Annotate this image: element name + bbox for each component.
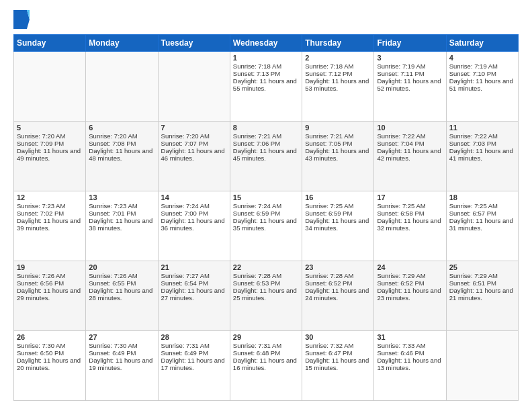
calendar-cell: 4Sunrise: 7:19 AMSunset: 7:10 PMDaylight… bbox=[446, 52, 518, 122]
sunrise-text: Sunrise: 7:21 AM bbox=[233, 132, 281, 140]
day-number: 19 bbox=[17, 263, 83, 271]
sunset-text: Sunset: 7:04 PM bbox=[377, 140, 424, 147]
calendar-cell: 29Sunrise: 7:31 AMSunset: 6:48 PMDayligh… bbox=[230, 331, 302, 401]
calendar-cell: 28Sunrise: 7:31 AMSunset: 6:49 PMDayligh… bbox=[158, 331, 230, 401]
sunrise-text: Sunrise: 7:32 AM bbox=[305, 342, 353, 349]
sunrise-text: Sunrise: 7:20 AM bbox=[89, 132, 137, 140]
sunset-text: Sunset: 6:52 PM bbox=[377, 279, 424, 287]
day-number: 23 bbox=[305, 263, 371, 271]
daylight-text: Daylight: 11 hours and 48 minutes. bbox=[89, 147, 152, 162]
sunrise-text: Sunrise: 7:20 AM bbox=[17, 132, 65, 140]
calendar-header-thursday: Thursday bbox=[302, 35, 374, 52]
daylight-text: Daylight: 11 hours and 32 minutes. bbox=[377, 217, 441, 232]
sunset-text: Sunset: 6:49 PM bbox=[89, 349, 136, 357]
sunrise-text: Sunrise: 7:20 AM bbox=[161, 132, 210, 140]
sunset-text: Sunset: 7:06 PM bbox=[233, 140, 280, 147]
calendar-header-row: SundayMondayTuesdayWednesdayThursdayFrid… bbox=[14, 35, 519, 52]
calendar-header-monday: Monday bbox=[86, 35, 158, 52]
daylight-text: Daylight: 11 hours and 43 minutes. bbox=[305, 147, 369, 162]
day-number: 14 bbox=[161, 193, 227, 201]
daylight-text: Daylight: 11 hours and 27 minutes. bbox=[161, 287, 225, 302]
calendar-cell: 18Sunrise: 7:25 AMSunset: 6:57 PMDayligh… bbox=[446, 191, 518, 261]
daylight-text: Daylight: 11 hours and 46 minutes. bbox=[161, 147, 225, 162]
calendar-cell bbox=[86, 52, 158, 122]
sunrise-text: Sunrise: 7:19 AM bbox=[449, 62, 498, 70]
day-number: 3 bbox=[377, 54, 443, 62]
daylight-text: Daylight: 11 hours and 17 minutes. bbox=[161, 357, 225, 371]
daylight-text: Daylight: 11 hours and 25 minutes. bbox=[233, 287, 297, 302]
sunset-text: Sunset: 6:48 PM bbox=[233, 349, 280, 357]
sunset-text: Sunset: 7:01 PM bbox=[89, 210, 136, 217]
calendar-header-tuesday: Tuesday bbox=[158, 35, 230, 52]
sunset-text: Sunset: 7:08 PM bbox=[89, 140, 136, 147]
day-number: 22 bbox=[233, 263, 299, 271]
calendar-cell: 19Sunrise: 7:26 AMSunset: 6:56 PMDayligh… bbox=[14, 261, 86, 331]
calendar-cell: 20Sunrise: 7:26 AMSunset: 6:55 PMDayligh… bbox=[86, 261, 158, 331]
calendar-page: SundayMondayTuesdayWednesdayThursdayFrid… bbox=[0, 0, 532, 411]
sunset-text: Sunset: 7:02 PM bbox=[17, 210, 64, 217]
sunset-text: Sunset: 6:50 PM bbox=[17, 349, 64, 357]
sunset-text: Sunset: 6:53 PM bbox=[233, 279, 280, 287]
sunrise-text: Sunrise: 7:26 AM bbox=[89, 272, 137, 279]
day-number: 1 bbox=[233, 54, 299, 62]
day-number: 21 bbox=[161, 263, 227, 271]
calendar-header-saturday: Saturday bbox=[446, 35, 518, 52]
header bbox=[13, 10, 519, 29]
calendar-cell: 25Sunrise: 7:29 AMSunset: 6:51 PMDayligh… bbox=[446, 261, 518, 331]
sunset-text: Sunset: 7:10 PM bbox=[449, 70, 496, 77]
sunset-text: Sunset: 6:54 PM bbox=[161, 279, 208, 287]
daylight-text: Daylight: 11 hours and 53 minutes. bbox=[305, 77, 369, 92]
calendar-header-friday: Friday bbox=[374, 35, 446, 52]
sunrise-text: Sunrise: 7:27 AM bbox=[161, 272, 210, 279]
sunset-text: Sunset: 6:58 PM bbox=[377, 210, 424, 217]
daylight-text: Daylight: 11 hours and 42 minutes. bbox=[377, 147, 441, 162]
daylight-text: Daylight: 11 hours and 23 minutes. bbox=[377, 287, 441, 302]
sunrise-text: Sunrise: 7:29 AM bbox=[449, 272, 498, 279]
day-number: 25 bbox=[449, 263, 515, 271]
logo-icon bbox=[13, 10, 30, 29]
daylight-text: Daylight: 11 hours and 51 minutes. bbox=[449, 77, 513, 92]
calendar-cell: 16Sunrise: 7:25 AMSunset: 6:59 PMDayligh… bbox=[302, 191, 374, 261]
sunset-text: Sunset: 7:00 PM bbox=[161, 210, 208, 217]
sunset-text: Sunset: 7:07 PM bbox=[161, 140, 208, 147]
daylight-text: Daylight: 11 hours and 52 minutes. bbox=[377, 77, 441, 92]
sunset-text: Sunset: 6:47 PM bbox=[305, 349, 352, 357]
sunrise-text: Sunrise: 7:31 AM bbox=[233, 342, 281, 349]
sunrise-text: Sunrise: 7:29 AM bbox=[377, 272, 425, 279]
day-number: 13 bbox=[89, 193, 154, 201]
day-number: 29 bbox=[233, 333, 299, 341]
calendar-cell: 14Sunrise: 7:24 AMSunset: 7:00 PMDayligh… bbox=[158, 191, 230, 261]
sunrise-text: Sunrise: 7:23 AM bbox=[17, 202, 65, 210]
sunrise-text: Sunrise: 7:33 AM bbox=[377, 342, 425, 349]
day-number: 17 bbox=[377, 193, 443, 201]
daylight-text: Daylight: 11 hours and 49 minutes. bbox=[17, 147, 81, 162]
sunset-text: Sunset: 6:55 PM bbox=[89, 279, 136, 287]
calendar-week-row: 5Sunrise: 7:20 AMSunset: 7:09 PMDaylight… bbox=[14, 122, 519, 191]
day-number: 20 bbox=[89, 263, 154, 271]
daylight-text: Daylight: 11 hours and 19 minutes. bbox=[89, 357, 152, 371]
calendar-cell: 27Sunrise: 7:30 AMSunset: 6:49 PMDayligh… bbox=[86, 331, 158, 401]
day-number: 2 bbox=[305, 54, 371, 62]
calendar-cell: 11Sunrise: 7:22 AMSunset: 7:03 PMDayligh… bbox=[446, 122, 518, 191]
daylight-text: Daylight: 11 hours and 41 minutes. bbox=[449, 147, 513, 162]
sunset-text: Sunset: 6:52 PM bbox=[305, 279, 352, 287]
day-number: 31 bbox=[377, 333, 443, 341]
daylight-text: Daylight: 11 hours and 29 minutes. bbox=[17, 287, 81, 302]
day-number: 16 bbox=[305, 193, 371, 201]
daylight-text: Daylight: 11 hours and 16 minutes. bbox=[233, 357, 297, 371]
sunset-text: Sunset: 7:03 PM bbox=[449, 140, 496, 147]
day-number: 28 bbox=[161, 333, 227, 341]
calendar-cell bbox=[14, 52, 86, 122]
calendar-header-wednesday: Wednesday bbox=[230, 35, 302, 52]
daylight-text: Daylight: 11 hours and 35 minutes. bbox=[233, 217, 297, 232]
sunrise-text: Sunrise: 7:24 AM bbox=[233, 202, 281, 210]
sunset-text: Sunset: 6:46 PM bbox=[377, 349, 424, 357]
calendar-cell: 13Sunrise: 7:23 AMSunset: 7:01 PMDayligh… bbox=[86, 191, 158, 261]
sunrise-text: Sunrise: 7:28 AM bbox=[233, 272, 281, 279]
calendar-week-row: 1Sunrise: 7:18 AMSunset: 7:13 PMDaylight… bbox=[14, 52, 519, 122]
daylight-text: Daylight: 11 hours and 55 minutes. bbox=[233, 77, 297, 92]
calendar-table: SundayMondayTuesdayWednesdayThursdayFrid… bbox=[13, 34, 519, 401]
daylight-text: Daylight: 11 hours and 15 minutes. bbox=[305, 357, 369, 371]
calendar-header-sunday: Sunday bbox=[14, 35, 86, 52]
sunrise-text: Sunrise: 7:23 AM bbox=[89, 202, 137, 210]
